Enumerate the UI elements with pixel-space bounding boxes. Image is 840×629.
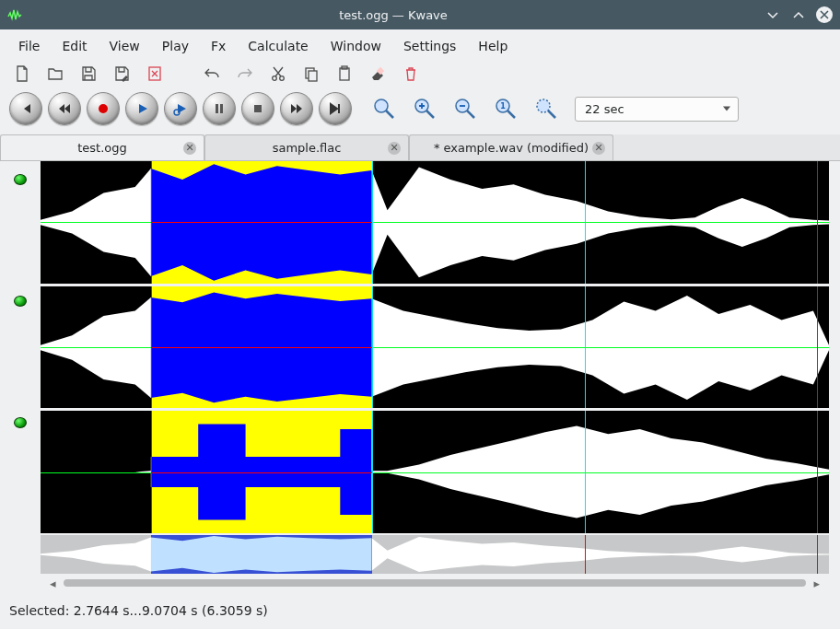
right-margin <box>829 161 840 592</box>
stop-button[interactable] <box>241 92 274 125</box>
menu-view[interactable]: View <box>99 35 151 57</box>
svg-text:1: 1 <box>500 102 506 111</box>
track-enable-2[interactable] <box>0 283 41 404</box>
overview-strip[interactable] <box>41 535 829 574</box>
new-file-icon[interactable] <box>13 64 31 83</box>
svg-point-1 <box>273 76 277 81</box>
record-button[interactable] <box>87 92 120 125</box>
menu-play[interactable]: Play <box>151 35 200 57</box>
window-title: test.ogg — Kwave <box>22 8 764 22</box>
open-folder-icon[interactable] <box>46 64 64 83</box>
scroll-left-icon[interactable]: ◂ <box>46 577 60 590</box>
rewind-button[interactable] <box>48 92 81 125</box>
skip-end-button[interactable] <box>319 92 352 125</box>
svg-point-8 <box>99 104 108 113</box>
svg-point-2 <box>280 76 285 81</box>
track-gutter <box>0 161 41 592</box>
zoom-level-select[interactable]: 22 sec <box>575 97 739 122</box>
track-enable-3[interactable] <box>0 404 41 526</box>
redo-icon[interactable] <box>236 64 254 83</box>
menu-settings[interactable]: Settings <box>392 35 467 57</box>
document-tab-1[interactable]: sample.flac ✕ <box>204 134 409 160</box>
menu-help[interactable]: Help <box>467 35 519 57</box>
menu-edit[interactable]: Edit <box>51 35 98 57</box>
svg-point-18 <box>537 99 550 112</box>
maximize-button[interactable] <box>790 6 807 23</box>
waveform-area[interactable] <box>41 161 829 533</box>
menu-file[interactable]: File <box>7 35 51 57</box>
zoom-fit-icon[interactable] <box>531 93 562 124</box>
svg-rect-5 <box>340 68 349 80</box>
titlebar: test.ogg — Kwave <box>0 0 840 29</box>
close-icon[interactable]: ✕ <box>592 142 605 155</box>
zoom-1to1-icon[interactable]: 1 <box>490 93 521 124</box>
menubar: File Edit View Play Fx Calculate Window … <box>0 29 840 63</box>
svg-rect-4 <box>309 71 317 81</box>
editor-area: ◂ ▸ <box>0 161 840 592</box>
zoom-in-icon[interactable] <box>409 93 440 124</box>
document-tab-label: sample.flac <box>273 141 342 155</box>
close-file-icon[interactable] <box>146 64 164 83</box>
zoom-toolbar: 1 <box>368 93 562 124</box>
zoom-out-icon[interactable] <box>449 93 481 124</box>
menu-window[interactable]: Window <box>320 35 392 57</box>
save-as-icon[interactable] <box>112 64 131 83</box>
document-tab-label: * example.wav (modified) <box>434 141 589 155</box>
zoom-level-value: 22 sec <box>585 102 624 116</box>
minimize-button[interactable] <box>764 6 781 23</box>
close-button[interactable] <box>816 6 833 23</box>
scrollbar-track[interactable] <box>64 579 807 587</box>
menu-fx[interactable]: Fx <box>200 35 237 57</box>
delete-icon[interactable] <box>402 64 420 83</box>
undo-icon[interactable] <box>203 64 221 83</box>
copy-icon[interactable] <box>302 64 321 83</box>
status-selection-text: Selected: 2.7644 s...9.0704 s (6.3059 s) <box>9 603 268 618</box>
paste-icon[interactable] <box>335 64 354 83</box>
track-1[interactable] <box>41 161 829 286</box>
scroll-right-icon[interactable]: ▸ <box>810 577 823 590</box>
track-2[interactable] <box>41 286 829 412</box>
skip-start-button[interactable] <box>9 92 42 125</box>
track-enable-1[interactable] <box>0 161 41 283</box>
zoom-tool-icon[interactable] <box>368 93 400 124</box>
svg-rect-10 <box>216 104 218 113</box>
save-icon[interactable] <box>79 64 98 83</box>
erase-icon[interactable] <box>368 64 387 83</box>
track-3[interactable] <box>41 411 829 533</box>
cut-icon[interactable] <box>269 64 287 83</box>
horizontal-scrollbar[interactable]: ◂ ▸ <box>41 574 829 592</box>
close-icon[interactable]: ✕ <box>183 142 196 155</box>
menu-calculate[interactable]: Calculate <box>237 35 319 57</box>
play-loop-button[interactable] <box>164 92 197 125</box>
svg-point-13 <box>375 99 388 112</box>
svg-rect-12 <box>254 105 262 112</box>
document-tab-label: test.ogg <box>77 141 127 155</box>
svg-rect-11 <box>220 104 223 113</box>
status-bar: Selected: 2.7644 s...9.0704 s (6.3059 s) <box>0 592 840 629</box>
toolbar-file <box>0 63 840 88</box>
document-tabs: test.ogg ✕ sample.flac ✕ * example.wav (… <box>0 134 840 161</box>
pause-button[interactable] <box>203 92 236 125</box>
document-tab-2[interactable]: * example.wav (modified) ✕ <box>409 134 613 160</box>
toolbar-transport: 1 22 sec <box>0 88 840 134</box>
play-button[interactable] <box>125 92 158 125</box>
forward-button[interactable] <box>280 92 313 125</box>
close-icon[interactable]: ✕ <box>388 142 401 155</box>
app-icon <box>7 7 22 22</box>
document-tab-0[interactable]: test.ogg ✕ <box>0 134 204 160</box>
